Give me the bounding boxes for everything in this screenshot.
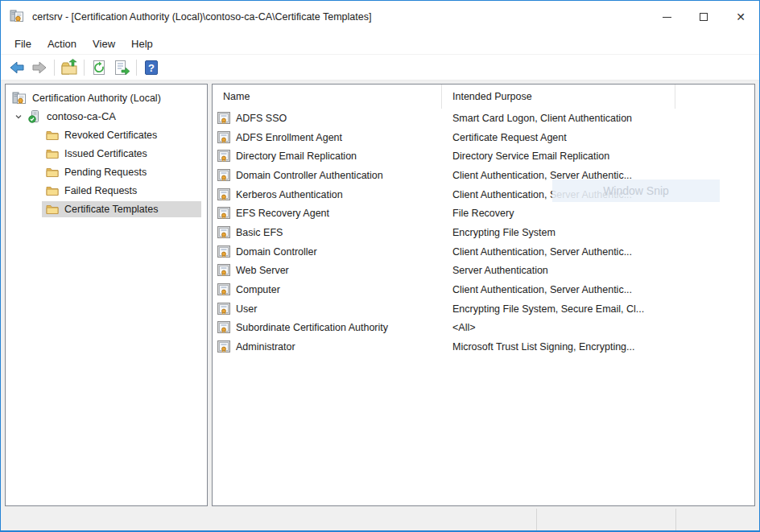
- list-row-efs-recovery-agent[interactable]: EFS Recovery Agent File Recovery: [213, 204, 754, 223]
- list-row-computer[interactable]: Computer Client Authentication, Server A…: [213, 280, 754, 299]
- export-list-icon: [113, 59, 130, 76]
- cell-name: Basic EFS: [213, 226, 442, 239]
- status-cell-tertiary: [675, 509, 759, 530]
- template-icon-slot: [217, 131, 230, 144]
- certificate-template-icon: [217, 340, 230, 353]
- maximize-button[interactable]: [685, 1, 722, 33]
- console-tree-pane: Certification Authority (Local) contoso-…: [5, 84, 208, 506]
- certificate-template-icon: [217, 226, 230, 239]
- cell-name: Domain Controller Authentication: [213, 169, 442, 182]
- list-row-administrator[interactable]: Administrator Microsoft Trust List Signi…: [213, 337, 754, 357]
- tree-node-highlight: Revoked Certificates: [42, 127, 201, 143]
- tree-item-issued-certificates[interactable]: Issued Certificates: [6, 144, 207, 163]
- template-purpose: Directory Service Email Replication: [442, 151, 675, 162]
- template-name: Directory Email Replication: [236, 151, 357, 162]
- certificate-template-icon: [217, 321, 230, 334]
- menu-item-action[interactable]: Action: [39, 35, 85, 53]
- toolbar-separator: [136, 60, 137, 76]
- minimize-icon: [663, 17, 671, 18]
- minimize-button[interactable]: [648, 1, 685, 33]
- certificate-template-icon: [217, 112, 230, 125]
- cell-name: Domain Controller: [213, 245, 442, 258]
- certificate-template-icon: [217, 303, 230, 315]
- template-icon-slot: [217, 150, 230, 163]
- menu-item-view[interactable]: View: [85, 35, 123, 53]
- list-row-directory-email-replication[interactable]: Directory Email Replication Directory Se…: [213, 146, 754, 166]
- tree-item-contoso-ca-ca[interactable]: contoso-ca-CA: [6, 107, 207, 126]
- console-tree: Certification Authority (Local) contoso-…: [6, 85, 207, 218]
- list-row-user[interactable]: User Encrypting File System, Secure Emai…: [213, 299, 754, 319]
- chevron-expanded-icon[interactable]: [12, 110, 25, 123]
- close-icon: ✕: [736, 11, 746, 23]
- toolbar-separator: [54, 60, 55, 76]
- template-name: Domain Controller: [236, 246, 317, 258]
- template-name: Administrator: [236, 341, 295, 353]
- close-button[interactable]: ✕: [722, 1, 759, 33]
- refresh-button[interactable]: [88, 57, 110, 78]
- template-icon-slot: [217, 321, 230, 334]
- menu-item-file[interactable]: File: [6, 35, 39, 53]
- certificate-template-icon: [217, 169, 230, 182]
- list-row-adfs-enrollment-agent[interactable]: ADFS Enrollment Agent Certificate Reques…: [213, 128, 754, 147]
- template-icon-slot: [217, 188, 230, 201]
- tree-item-certificate-templates[interactable]: Certificate Templates: [6, 200, 207, 218]
- template-name: ADFS Enrollment Agent: [236, 132, 342, 143]
- list-row-kerberos-authentication[interactable]: Kerberos Authentication Client Authentic…: [213, 185, 754, 204]
- ca-server-icon: [28, 110, 41, 123]
- tree-item-pending-requests[interactable]: Pending Requests: [6, 163, 207, 181]
- menu-item-help[interactable]: Help: [123, 35, 161, 53]
- certificate-template-icon: [217, 131, 230, 144]
- template-purpose: Encrypting File System: [442, 227, 675, 238]
- list-row-basic-efs[interactable]: Basic EFS Encrypting File System: [213, 223, 754, 242]
- tree-item-failed-requests[interactable]: Failed Requests: [6, 181, 207, 200]
- help-icon: ?: [142, 59, 160, 76]
- list-row-web-server[interactable]: Web Server Server Authentication: [213, 262, 754, 281]
- certificate-template-icon: [217, 207, 230, 220]
- certsrv-window: certsrv - [Certification Authority (Loca…: [0, 0, 760, 532]
- certificate-template-icon: [217, 150, 230, 163]
- back-button[interactable]: [6, 57, 28, 78]
- certsrv-certificate-icon: [10, 9, 24, 23]
- list-row-domain-controller[interactable]: Domain Controller Client Authentication,…: [213, 242, 754, 262]
- menu-bar: FileActionViewHelp: [1, 33, 759, 55]
- column-header-intended-purpose[interactable]: Intended Purpose: [442, 85, 675, 109]
- template-icon-slot: [217, 112, 230, 125]
- template-purpose: Client Authentication, Server Authentic.…: [442, 284, 675, 295]
- template-purpose: <All>: [442, 322, 675, 333]
- template-name: Computer: [236, 284, 280, 295]
- tree-item-certification-authority-local[interactable]: Certification Authority (Local): [6, 89, 207, 107]
- certificate-template-icon: [217, 283, 230, 296]
- template-name: Subordinate Certification Authority: [236, 322, 388, 333]
- svg-text:?: ?: [148, 62, 155, 74]
- help-button[interactable]: ?: [140, 57, 163, 78]
- folder-icon: [46, 147, 59, 160]
- cell-name: ADFS SSO: [213, 112, 442, 125]
- status-cell-main: [1, 509, 536, 530]
- column-header-name[interactable]: Name: [213, 85, 442, 109]
- tree-node-label: Pending Requests: [64, 167, 147, 178]
- cell-name: Web Server: [213, 264, 442, 277]
- folder-icon: [46, 129, 59, 142]
- folder-up-icon: [60, 59, 78, 76]
- maximize-icon: [700, 13, 708, 21]
- status-bar: [1, 509, 759, 530]
- console-content: Certification Authority (Local) contoso-…: [1, 80, 759, 509]
- template-purpose: Microsoft Trust List Signing, Encrypting…: [442, 341, 675, 353]
- export-list-button[interactable]: [110, 57, 133, 78]
- tree-item-revoked-certificates[interactable]: Revoked Certificates: [6, 126, 207, 144]
- list-body: ADFS SSO Smart Card Logon, Client Authen…: [213, 109, 754, 357]
- certificate-template-icon: [217, 245, 230, 258]
- list-row-subordinate-certification-authority[interactable]: Subordinate Certification Authority <All…: [213, 319, 754, 338]
- template-name: Kerberos Authentication: [236, 189, 343, 200]
- tree-node-label: Failed Requests: [64, 185, 137, 196]
- list-row-adfs-sso[interactable]: ADFS SSO Smart Card Logon, Client Authen…: [213, 109, 754, 128]
- title-bar: certsrv - [Certification Authority (Loca…: [1, 1, 759, 33]
- list-row-domain-controller-authentication[interactable]: Domain Controller Authentication Client …: [213, 166, 754, 185]
- folder-icon: [46, 184, 59, 197]
- status-cell-secondary: [536, 509, 675, 530]
- console-tree-button[interactable]: [58, 57, 81, 78]
- cell-name: Subordinate Certification Authority: [213, 321, 442, 334]
- template-icon-slot: [217, 226, 230, 239]
- forward-button[interactable]: [28, 57, 51, 78]
- tree-node-highlight: Failed Requests: [42, 183, 201, 199]
